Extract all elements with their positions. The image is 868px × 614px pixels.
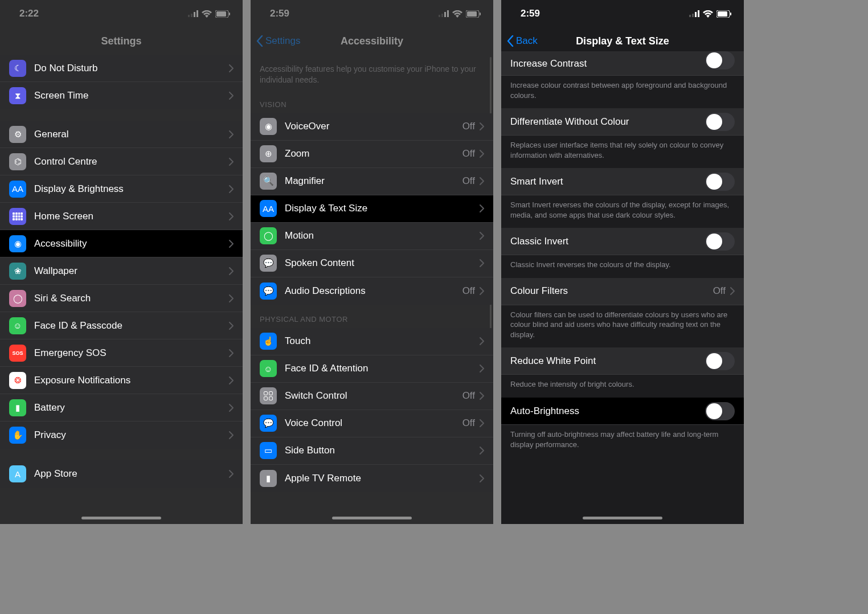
accessibility-list[interactable]: Accessibility features help you customis… — [251, 55, 493, 492]
colour-filters-row[interactable]: Colour Filters Off — [501, 278, 744, 305]
chevron-right-icon — [480, 392, 484, 400]
moon-row[interactable]: ☾Do Not Disturb — [0, 55, 243, 82]
motion-row[interactable]: ◯Motion — [251, 223, 493, 250]
row-label: Accessibility — [34, 238, 229, 249]
voiceover-row[interactable]: ◉VoiceOverOff — [251, 113, 493, 141]
classic-invert-row[interactable]: Classic Invert — [501, 228, 744, 255]
home-indicator[interactable] — [81, 517, 161, 519]
nav-bar: Settings Accessibility — [251, 27, 493, 55]
status-time: 2:22 — [19, 8, 39, 19]
wifi-icon — [703, 10, 713, 18]
row-label: Increase Contrast — [510, 58, 705, 69]
auto-brightness-toggle[interactable] — [705, 402, 735, 420]
battery-row[interactable]: ▮Battery — [0, 394, 243, 421]
chevron-right-icon — [229, 158, 234, 166]
svg-rect-19 — [718, 11, 727, 17]
smart-invert-toggle[interactable] — [705, 173, 735, 191]
faceid-attn-row[interactable]: ☺Face ID & Attention — [251, 355, 493, 383]
side-button-row[interactable]: ▭Side Button — [251, 437, 493, 465]
row-value: Off — [462, 121, 475, 132]
row-label: General — [34, 129, 229, 140]
magnifier-icon: 🔍 — [260, 173, 277, 190]
sos-row[interactable]: SOSEmergency SOS — [0, 339, 243, 367]
svg-rect-14 — [689, 15, 691, 17]
home-indicator[interactable] — [583, 517, 662, 519]
gear-row[interactable]: ⚙General — [0, 121, 243, 148]
row-label: Differentiate Without Colour — [510, 116, 705, 128]
reduce-white-point-row[interactable]: Reduce White Point — [501, 347, 744, 375]
voiceover-icon: ◉ — [260, 118, 277, 135]
audio-desc-row[interactable]: 💬Audio DescriptionsOff — [251, 277, 493, 305]
accessibility-screen: 2:59 Settings Accessibility Accessibilit… — [251, 0, 493, 524]
battery-icon — [466, 10, 481, 18]
row-label: VoiceOver — [285, 121, 462, 132]
settings-list[interactable]: ☾Do Not Disturb⧗Screen Time ⚙General⌬Con… — [0, 55, 243, 488]
magnifier-row[interactable]: 🔍MagnifierOff — [251, 168, 493, 195]
svg-rect-5 — [216, 11, 226, 17]
cellular-icon — [188, 10, 198, 17]
display-text-row[interactable]: AADisplay & Text Size — [251, 195, 493, 223]
chevron-right-icon — [229, 212, 234, 220]
cellular-icon — [689, 10, 699, 17]
svg-rect-13 — [480, 13, 481, 15]
classic-invert-toggle[interactable] — [705, 232, 735, 251]
switch-control-row[interactable]: Switch ControlOff — [251, 383, 493, 410]
voice-control-row[interactable]: 💬Voice ControlOff — [251, 410, 493, 437]
section-vision-header: VISION — [251, 90, 493, 113]
apple-tv-row[interactable]: ▮Apple TV Remote — [251, 465, 493, 492]
home-screen-row[interactable]: Home Screen — [0, 203, 243, 230]
smart-invert-row[interactable]: Smart Invert — [501, 168, 744, 195]
auto-brightness-footer: Turning off auto-brightness may affect b… — [501, 425, 744, 457]
row-label: Face ID & Passcode — [34, 320, 229, 331]
row-label: Smart Invert — [510, 176, 705, 187]
row-label: Zoom — [285, 148, 462, 159]
faceid-icon: ☺ — [9, 317, 26, 334]
status-icons — [188, 10, 230, 18]
row-label: Face ID & Attention — [285, 363, 480, 374]
differentiate-colour-row[interactable]: Differentiate Without Colour — [501, 108, 744, 136]
row-label: Motion — [285, 230, 480, 241]
row-label: Auto-Brightness — [510, 406, 705, 417]
reduce-white-point-toggle[interactable] — [705, 352, 735, 370]
home-indicator[interactable] — [332, 517, 412, 519]
page-title: Accessibility — [341, 35, 403, 47]
back-label: Settings — [265, 35, 300, 47]
toggles-row[interactable]: ⌬Control Centre — [0, 148, 243, 175]
back-label: Back — [516, 35, 538, 47]
touch-row[interactable]: ☝Touch — [251, 328, 493, 355]
display-text-list[interactable]: Increase Contrast Increase colour contra… — [501, 51, 744, 457]
chevron-right-icon — [229, 322, 234, 330]
wallpaper-row[interactable]: ❀Wallpaper — [0, 257, 243, 285]
spoken-content-row[interactable]: 💬Spoken Content — [251, 250, 493, 277]
auto-brightness-row[interactable]: Auto-Brightness — [501, 398, 744, 425]
zoom-row[interactable]: ⊕ZoomOff — [251, 141, 493, 168]
row-value: Off — [462, 390, 475, 402]
differentiate-colour-toggle[interactable] — [705, 113, 735, 131]
row-label: Control Centre — [34, 156, 229, 167]
increase-contrast-toggle[interactable] — [705, 51, 735, 69]
row-label: Display & Text Size — [285, 203, 480, 214]
chevron-right-icon — [480, 259, 484, 267]
svg-rect-3 — [196, 10, 198, 17]
exposure-row[interactable]: ❂Exposure Notifications — [0, 367, 243, 394]
status-time: 2:59 — [521, 8, 540, 19]
privacy-row[interactable]: ✋Privacy — [0, 421, 243, 449]
svg-rect-12 — [467, 11, 477, 17]
increase-contrast-row[interactable]: Increase Contrast — [501, 51, 744, 76]
row-label: Apple TV Remote — [285, 473, 480, 484]
zoom-icon: ⊕ — [260, 145, 277, 162]
back-button[interactable]: Back — [507, 35, 538, 47]
row-value: Off — [462, 148, 475, 159]
siri-row[interactable]: ◯Siri & Search — [0, 285, 243, 312]
row-label: Switch Control — [285, 390, 462, 402]
status-icons — [439, 10, 481, 18]
back-button[interactable]: Settings — [256, 35, 300, 47]
accessibility-row[interactable]: ◉Accessibility — [0, 230, 243, 257]
faceid-row[interactable]: ☺Face ID & Passcode — [0, 312, 243, 339]
chevron-right-icon — [480, 447, 484, 455]
chevron-right-icon — [229, 240, 234, 248]
svg-rect-0 — [188, 15, 190, 17]
text-size-row[interactable]: AADisplay & Brightness — [0, 175, 243, 203]
hourglass-row[interactable]: ⧗Screen Time — [0, 82, 243, 109]
appstore-row[interactable]: AApp Store — [0, 460, 243, 488]
